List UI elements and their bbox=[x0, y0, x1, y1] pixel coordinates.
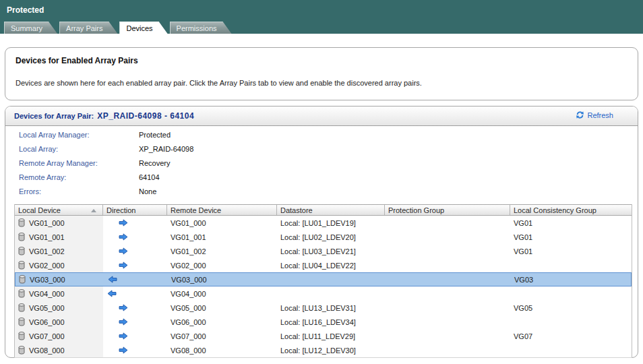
field-row: Local Array Manager: Protected bbox=[19, 127, 193, 142]
field-row: Errors: None bbox=[19, 184, 193, 198]
tab-array-pairs[interactable]: Array Pairs bbox=[59, 22, 117, 34]
local-device-name: VG03_000 bbox=[30, 276, 65, 284]
arrow-right-icon bbox=[119, 233, 128, 241]
table-row[interactable]: VG01_001VG01_001Local: [LU02_LDEV20]VG01 bbox=[15, 230, 632, 244]
table-row[interactable]: VG01_002VG01_002Local: [LU03_LDEV21]VG01 bbox=[15, 244, 632, 258]
device-table: Local DeviceDirectionRemote DeviceDatast… bbox=[14, 204, 632, 358]
local-device-cell: VG05_000 bbox=[15, 301, 103, 315]
remote-device-cell: VG01_000 bbox=[167, 216, 277, 230]
disk-icon bbox=[18, 289, 25, 298]
panel-title: Devices for Enabled Array Pairs bbox=[16, 56, 138, 65]
arrow-left-icon bbox=[107, 290, 117, 297]
enabled-array-pairs-panel: Devices for Enabled Array Pairs Devices … bbox=[5, 47, 638, 100]
field-label: Remote Array Manager: bbox=[19, 159, 139, 167]
disk-icon bbox=[18, 303, 25, 312]
local-device-name: VG02_000 bbox=[29, 262, 65, 270]
local-device-cell: VG01_001 bbox=[15, 230, 103, 244]
tab-bar: Summary Array Pairs Devices Permissions bbox=[4, 22, 232, 34]
consistency-group-cell bbox=[510, 286, 632, 301]
remote-device-cell: VG03_000 bbox=[168, 273, 278, 286]
local-device-cell: VG06_000 bbox=[15, 315, 103, 329]
table-row[interactable]: VG05_000VG05_000Local: [LU13_LDEV31]VG05 bbox=[15, 301, 632, 315]
direction-cell bbox=[103, 315, 167, 329]
panel-description: Devices are shown here for each enabled … bbox=[16, 79, 422, 87]
column-header-label: Protection Group bbox=[388, 206, 444, 214]
consistency-group-cell: VG01 bbox=[510, 230, 632, 244]
consistency-group-cell: VG01 bbox=[510, 216, 632, 230]
consistency-group-cell: VG03 bbox=[511, 273, 631, 286]
panel-header: Devices for Array Pair:XP_RAID-64098 - 6… bbox=[5, 107, 638, 126]
datastore-cell: Local: [LU02_LDEV20] bbox=[277, 230, 385, 244]
refresh-button[interactable]: Refresh bbox=[576, 111, 613, 119]
protection-group-cell bbox=[385, 230, 510, 244]
array-pair-title-label: Devices for Array Pair: bbox=[14, 112, 94, 120]
tab-permissions[interactable]: Permissions bbox=[170, 22, 232, 34]
arrow-right-icon bbox=[119, 332, 128, 340]
table-row[interactable]: VG02_000VG02_000Local: [LU04_LDEV22] bbox=[15, 258, 632, 272]
datastore-cell: Local: [LU13_LDEV31] bbox=[277, 301, 385, 315]
column-header-protection-group[interactable]: Protection Group bbox=[385, 205, 510, 215]
column-header-remote-device[interactable]: Remote Device bbox=[167, 205, 277, 215]
local-device-cell: VG08_000 bbox=[15, 343, 103, 357]
page-title: Protected bbox=[7, 5, 44, 15]
column-header-direction[interactable]: Direction bbox=[103, 205, 167, 215]
datastore-cell: Local: [LU11_LDEV29] bbox=[277, 329, 385, 343]
device-table-body: VG01_000VG01_000Local: [LU01_LDEV19]VG01… bbox=[15, 216, 632, 357]
arrow-right-icon bbox=[119, 346, 128, 354]
direction-cell bbox=[104, 273, 168, 286]
column-header-datastore[interactable]: Datastore bbox=[277, 205, 385, 215]
direction-cell bbox=[103, 258, 167, 272]
tab-devices[interactable]: Devices bbox=[119, 22, 167, 34]
consistency-group-cell bbox=[510, 343, 632, 357]
local-device-name: VG07_000 bbox=[29, 332, 65, 340]
column-header-label: Local Device bbox=[18, 206, 61, 214]
local-device-name: VG01_000 bbox=[29, 219, 65, 227]
arrow-right-icon bbox=[119, 318, 128, 326]
local-device-cell: VG01_002 bbox=[15, 244, 103, 258]
datastore-cell: Local: [LU03_LDEV21] bbox=[277, 244, 385, 258]
remote-device-cell: VG02_000 bbox=[167, 258, 277, 272]
datastore-cell: Local: [LU12_LDEV30] bbox=[277, 343, 385, 357]
app-window: Protected Summary Array Pairs Devices Pe… bbox=[0, 0, 643, 364]
field-row: Remote Array Manager: Recovery bbox=[19, 156, 193, 170]
refresh-label: Refresh bbox=[587, 111, 613, 119]
table-row-selected[interactable]: VG03_000VG03_000VG03 bbox=[15, 272, 632, 286]
field-label: Local Array: bbox=[19, 145, 139, 153]
remote-device-cell: VG08_000 bbox=[167, 343, 277, 357]
local-device-name: VG05_000 bbox=[29, 304, 65, 312]
field-row: Remote Array: 64104 bbox=[19, 170, 193, 184]
field-value: 64104 bbox=[139, 173, 160, 181]
arrow-right-icon bbox=[119, 247, 128, 255]
local-device-cell: VG03_000 bbox=[16, 273, 104, 286]
column-header-local-device[interactable]: Local Device bbox=[15, 205, 103, 215]
array-pair-details: Local Array Manager: Protected Local Arr… bbox=[19, 127, 193, 198]
table-row[interactable]: VG06_000VG06_000Local: [LU16_LDEV34] bbox=[15, 315, 632, 329]
consistency-group-cell bbox=[510, 258, 632, 272]
arrow-right-icon bbox=[119, 304, 128, 311]
tab-summary[interactable]: Summary bbox=[4, 22, 57, 34]
table-row[interactable]: VG07_000VG07_000Local: [LU11_LDEV29]VG07 bbox=[15, 329, 632, 343]
arrow-right-icon bbox=[119, 262, 128, 269]
column-header-local-consistency-group[interactable]: Local Consistency Group bbox=[510, 205, 632, 215]
refresh-icon bbox=[576, 111, 584, 119]
direction-cell bbox=[103, 301, 167, 315]
field-label: Errors: bbox=[19, 187, 139, 195]
protection-group-cell bbox=[385, 301, 510, 315]
arrow-left-icon bbox=[108, 276, 117, 283]
column-header-label: Datastore bbox=[280, 206, 313, 214]
local-device-name: VG04_000 bbox=[29, 290, 65, 298]
table-row[interactable]: VG01_000VG01_000Local: [LU01_LDEV19]VG01 bbox=[15, 216, 632, 230]
datastore-cell: Local: [LU04_LDEV22] bbox=[277, 258, 385, 272]
local-device-cell: VG07_000 bbox=[15, 329, 103, 343]
direction-cell bbox=[103, 343, 167, 357]
sort-ascending-icon bbox=[91, 209, 96, 212]
local-device-name: VG06_000 bbox=[29, 318, 65, 326]
remote-device-cell: VG05_000 bbox=[167, 301, 277, 315]
table-row[interactable]: VG04_000VG04_000 bbox=[15, 286, 632, 301]
consistency-group-cell: VG05 bbox=[510, 301, 632, 315]
protection-group-cell bbox=[385, 315, 510, 329]
field-value: Recovery bbox=[139, 159, 170, 167]
table-row[interactable]: VG08_000VG08_000Local: [LU12_LDEV30] bbox=[15, 343, 632, 357]
array-pair-title: Devices for Array Pair:XP_RAID-64098 - 6… bbox=[14, 111, 194, 121]
disk-icon bbox=[18, 261, 25, 270]
